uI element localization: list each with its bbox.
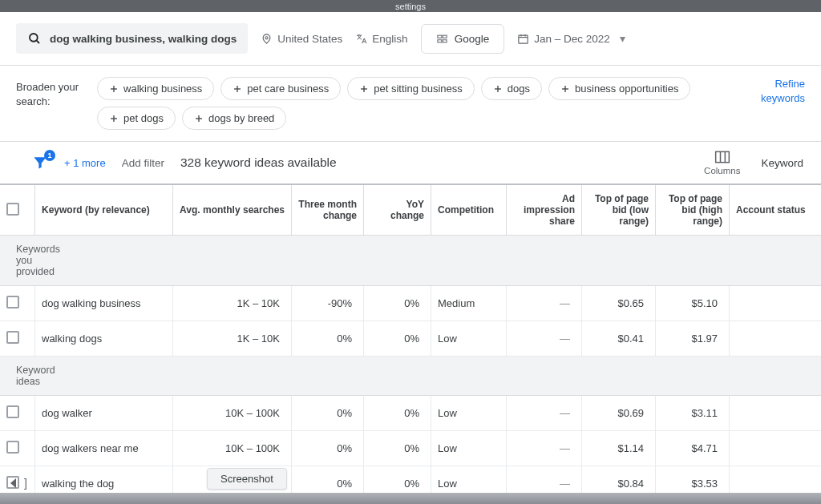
svg-point-2: [265, 36, 268, 38]
checkbox-icon[interactable]: [6, 331, 19, 344]
cell-competition: Low: [431, 431, 507, 466]
cell-low-bid: $0.69: [582, 396, 656, 431]
broaden-chip[interactable]: dogs: [481, 77, 542, 100]
cell-impression-share: —: [507, 286, 582, 321]
cell-high-bid: $4.71: [656, 431, 730, 466]
more-filters-link[interactable]: + 1 more: [64, 157, 106, 169]
table-row[interactable]: dog walking business1K – 10K-90%0%Medium…: [0, 286, 821, 321]
broaden-chip[interactable]: walking business: [97, 77, 214, 100]
svg-rect-3: [438, 35, 442, 38]
add-filter-button[interactable]: Add filter: [122, 157, 164, 169]
broaden-chip[interactable]: pet sitting business: [347, 77, 475, 100]
filter-funnel-icon[interactable]: 1: [32, 155, 48, 171]
location-pin-icon: [261, 33, 273, 45]
chip-label: business opportunities: [575, 83, 678, 95]
chevron-down-icon: ▾: [620, 32, 625, 45]
row-checkbox-cell[interactable]: [0, 431, 35, 466]
keyword-table: Keyword (by relevance) Avg. monthly sear…: [0, 185, 821, 504]
location-chip[interactable]: United States: [261, 33, 342, 45]
window-title: settings: [395, 2, 426, 11]
col-keyword[interactable]: Keyword (by relevance): [35, 185, 173, 236]
table-row[interactable]: dog walker10K – 100K0%0%Low—$0.69$3.11: [0, 396, 821, 431]
broaden-label: Broaden your search:: [16, 77, 83, 109]
col-competition[interactable]: Competition: [431, 185, 507, 236]
cell-yoy: 0%: [364, 431, 431, 466]
row-checkbox-cell[interactable]: [0, 321, 35, 357]
horizontal-scroll-left[interactable]: ]: [10, 477, 27, 490]
col-searches[interactable]: Avg. monthly searches: [173, 185, 292, 236]
cell-yoy: 0%: [364, 321, 431, 357]
plus-icon: [109, 114, 119, 123]
cell-low-bid: $1.14: [582, 431, 656, 466]
cell-three-month: 0%: [292, 396, 364, 431]
refine-keywords-link[interactable]: Refine keywords: [761, 77, 805, 106]
chip-label: pet dogs: [123, 112, 164, 124]
svg-rect-7: [519, 35, 528, 43]
section-ideas: Keyword ideas: [0, 357, 35, 396]
broaden-chip-list: walking businesspet care businesspet sit…: [97, 77, 746, 130]
cell-keyword: dog walker: [35, 396, 173, 431]
checkbox-icon[interactable]: [6, 441, 19, 454]
checkbox-icon[interactable]: [6, 296, 19, 308]
columns-button[interactable]: Columns: [704, 150, 740, 175]
col-impression-share[interactable]: Ad impression share: [507, 185, 582, 236]
plus-icon: [194, 114, 204, 123]
svg-rect-6: [443, 39, 447, 42]
section-provided: Keywords you provided: [0, 236, 35, 286]
cell-account-status: [730, 321, 821, 357]
columns-icon: [714, 150, 730, 164]
date-range-text: Jan – Dec 2022: [534, 33, 610, 45]
cell-competition: Low: [431, 321, 507, 357]
cell-keyword: walking dogs: [35, 321, 173, 357]
checkbox-icon[interactable]: [6, 405, 19, 418]
table-row[interactable]: dog walkers near me10K – 100K0%0%Low—$1.…: [0, 431, 821, 466]
keyword-view-text[interactable]: Keyword: [761, 157, 803, 169]
plus-icon: [359, 84, 369, 94]
col-yoy[interactable]: YoY change: [364, 185, 431, 236]
row-checkbox-cell[interactable]: [0, 286, 35, 321]
col-account-status[interactable]: Account status: [730, 185, 821, 236]
window-footer-bar: [0, 493, 821, 504]
broaden-chip[interactable]: pet care business: [220, 77, 341, 100]
broaden-chip[interactable]: pet dogs: [97, 107, 176, 130]
cell-keyword: dog walking business: [35, 286, 173, 321]
broaden-chip[interactable]: business opportunities: [548, 77, 690, 100]
cell-account-status: [730, 396, 821, 431]
window-titlebar: settings: [0, 0, 821, 12]
col-three-month[interactable]: Three month change: [292, 185, 364, 236]
row-checkbox-cell[interactable]: [0, 396, 35, 431]
chip-label: dogs by breed: [208, 112, 274, 124]
network-chip[interactable]: Google: [421, 24, 505, 54]
svg-rect-25: [715, 151, 729, 162]
cell-yoy: 0%: [364, 396, 431, 431]
col-low-bid[interactable]: Top of page bid (low range): [582, 185, 656, 236]
chip-label: walking business: [123, 83, 202, 95]
search-row: dog walking business, walking dogs Unite…: [0, 12, 821, 66]
cell-keyword: dog walkers near me: [35, 431, 173, 466]
cell-searches: 10K – 100K: [173, 396, 292, 431]
network-text: Google: [455, 33, 490, 45]
cell-searches: 1K – 10K: [173, 286, 292, 321]
search-query-chip[interactable]: dog walking business, walking dogs: [16, 23, 248, 54]
cell-impression-share: —: [507, 321, 582, 357]
svg-rect-5: [438, 39, 442, 42]
cell-competition: Medium: [431, 286, 507, 321]
col-high-bid[interactable]: Top of page bid (high range): [656, 185, 730, 236]
cell-impression-share: —: [507, 431, 582, 466]
table-header: Keyword (by relevance) Avg. monthly sear…: [0, 185, 821, 236]
cell-high-bid: $5.10: [656, 286, 730, 321]
cell-competition: Low: [431, 396, 507, 431]
filter-count-badge: 1: [44, 150, 55, 161]
table-row[interactable]: walking dogs1K – 10K0%0%Low—$0.41$1.97: [0, 321, 821, 357]
search-icon: [27, 31, 42, 46]
cell-three-month: 0%: [292, 321, 364, 357]
chip-label: pet sitting business: [374, 83, 463, 95]
language-chip[interactable]: English: [355, 33, 407, 45]
cell-high-bid: $1.97: [656, 321, 730, 357]
select-all-cell[interactable]: [0, 185, 35, 236]
cell-low-bid: $0.65: [582, 286, 656, 321]
network-icon: [436, 33, 448, 45]
date-range-chip[interactable]: Jan – Dec 2022 ▾: [517, 32, 625, 45]
broaden-chip[interactable]: dogs by breed: [182, 107, 286, 130]
checkbox-icon[interactable]: [6, 203, 19, 216]
